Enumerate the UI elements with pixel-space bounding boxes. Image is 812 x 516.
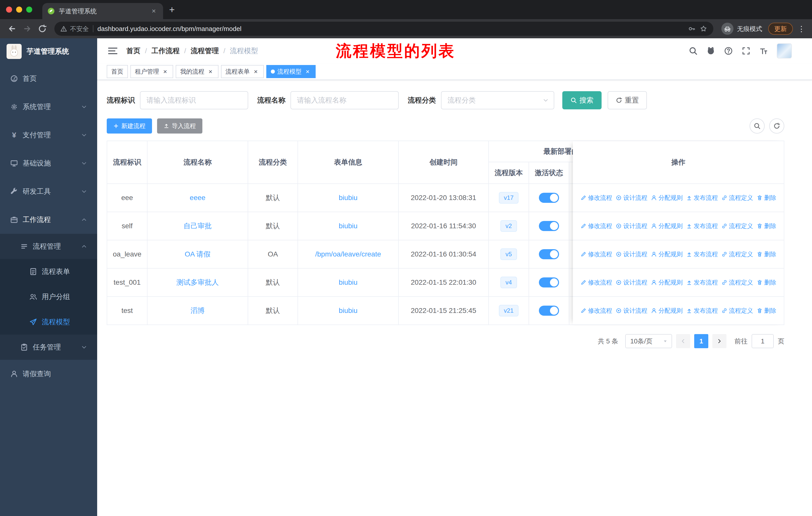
tab-close-icon[interactable]: × <box>149 7 158 16</box>
form-info-link[interactable]: biubiu <box>339 194 358 202</box>
reset-button[interactable]: 重置 <box>608 91 647 109</box>
form-info-link[interactable]: biubiu <box>339 278 358 287</box>
forward-button[interactable] <box>20 22 34 36</box>
form-info-link[interactable]: /bpm/oa/leave/create <box>315 250 381 258</box>
tagsview-tab-my-process[interactable]: 我的流程 × <box>176 65 219 78</box>
sidebar-item-user-group[interactable]: 用户分组 <box>0 284 97 309</box>
refresh-table-button[interactable] <box>769 118 784 134</box>
sidebar-toggle-icon[interactable] <box>108 48 117 54</box>
browser-tab[interactable]: 芋道管理系统 × <box>42 3 163 19</box>
toggle-search-button[interactable] <box>750 118 765 134</box>
minimize-window-button[interactable] <box>16 6 22 12</box>
action-definition[interactable]: 流程定义 <box>721 194 753 202</box>
action-publish[interactable]: 发布流程 <box>686 278 718 287</box>
github-icon[interactable] <box>706 46 715 55</box>
sidebar-item-leave-query[interactable]: 请假查询 <box>0 360 97 388</box>
action-design[interactable]: 设计流程 <box>616 278 647 287</box>
action-definition[interactable]: 流程定义 <box>721 307 753 315</box>
action-design[interactable]: 设计流程 <box>616 222 647 230</box>
bookmark-star-icon[interactable] <box>700 25 707 32</box>
action-delete[interactable]: 删除 <box>757 250 776 258</box>
action-publish[interactable]: 发布流程 <box>686 307 718 315</box>
action-assign-rule[interactable]: 分配规则 <box>651 222 683 230</box>
action-modify[interactable]: 修改流程 <box>580 250 612 258</box>
chrome-update-button[interactable]: 更新 <box>768 23 793 35</box>
form-info-link[interactable]: biubiu <box>339 307 358 315</box>
sidebar-item-home[interactable]: 首页 <box>0 64 97 93</box>
tagsview-tab-process-model[interactable]: 流程模型 × <box>266 65 316 78</box>
tagsview-tab-tenant[interactable]: 租户管理 × <box>130 65 173 78</box>
font-size-icon[interactable] <box>759 46 768 55</box>
close-icon[interactable]: × <box>162 68 169 75</box>
security-chip[interactable]: 不安全 <box>60 25 89 33</box>
action-publish[interactable]: 发布流程 <box>686 222 718 230</box>
category-select[interactable]: 流程分类 <box>441 91 554 109</box>
sidebar-item-process-model[interactable]: 流程模型 <box>0 309 97 334</box>
password-key-icon[interactable] <box>688 25 696 32</box>
process-name-link[interactable]: 滔博 <box>191 306 205 316</box>
browser-menu-icon[interactable]: ⋮ <box>796 24 807 33</box>
current-page-button[interactable]: 1 <box>694 334 708 348</box>
action-delete[interactable]: 删除 <box>757 194 776 202</box>
sidebar-item-process-form[interactable]: 流程表单 <box>0 259 97 284</box>
user-avatar[interactable] <box>777 43 792 58</box>
sidebar-item-task-management[interactable]: 任务管理 <box>0 334 97 360</box>
sidebar-item-payment-management[interactable]: ¥ 支付管理 <box>0 121 97 149</box>
next-page-button[interactable] <box>712 334 726 348</box>
action-definition[interactable]: 流程定义 <box>721 222 753 230</box>
active-toggle[interactable] <box>539 306 559 316</box>
action-modify[interactable]: 修改流程 <box>580 278 612 287</box>
action-publish[interactable]: 发布流程 <box>686 194 718 202</box>
action-assign-rule[interactable]: 分配规则 <box>651 250 683 258</box>
active-toggle[interactable] <box>539 221 559 231</box>
import-process-button[interactable]: 导入流程 <box>157 118 202 134</box>
page-size-select[interactable]: 10条/页 <box>625 334 672 348</box>
action-definition[interactable]: 流程定义 <box>721 250 753 258</box>
action-design[interactable]: 设计流程 <box>616 194 647 202</box>
sidebar-item-infrastructure[interactable]: 基础设施 <box>0 149 97 178</box>
action-publish[interactable]: 发布流程 <box>686 250 718 258</box>
process-name-link[interactable]: 自己审批 <box>183 221 212 231</box>
breadcrumb-item[interactable]: 首页 <box>126 46 141 56</box>
back-button[interactable] <box>5 22 19 36</box>
action-design[interactable]: 设计流程 <box>616 250 647 258</box>
close-window-button[interactable] <box>6 6 12 12</box>
active-toggle[interactable] <box>539 277 559 288</box>
new-tab-button[interactable]: + <box>169 4 175 15</box>
goto-page-input[interactable] <box>752 334 774 348</box>
tagsview-tab-home[interactable]: 首页 <box>107 65 128 78</box>
action-assign-rule[interactable]: 分配规则 <box>651 194 683 202</box>
breadcrumb-item[interactable]: 流程管理 <box>191 46 219 56</box>
prev-page-button[interactable] <box>676 334 690 348</box>
action-delete[interactable]: 删除 <box>757 278 776 287</box>
action-design[interactable]: 设计流程 <box>616 307 647 315</box>
zoom-window-button[interactable] <box>26 6 32 12</box>
action-definition[interactable]: 流程定义 <box>721 278 753 287</box>
process-name-input[interactable] <box>290 91 399 109</box>
active-toggle[interactable] <box>539 193 559 203</box>
search-icon[interactable] <box>689 46 698 55</box>
url-bar[interactable]: 不安全 dashboard.yudao.iocoder.cn/bpm/manag… <box>54 22 713 36</box>
process-name-link[interactable]: 测试多审批人 <box>176 278 219 287</box>
action-delete[interactable]: 删除 <box>757 222 776 230</box>
action-modify[interactable]: 修改流程 <box>580 222 612 230</box>
create-process-button[interactable]: 新建流程 <box>107 118 152 134</box>
action-modify[interactable]: 修改流程 <box>580 194 612 202</box>
active-toggle[interactable] <box>539 249 559 259</box>
help-icon[interactable] <box>724 46 733 55</box>
process-key-input[interactable] <box>140 91 248 109</box>
sidebar-item-process-management[interactable]: 流程管理 <box>0 234 97 259</box>
breadcrumb-item[interactable]: 工作流程 <box>151 46 180 56</box>
close-icon[interactable]: × <box>304 68 311 75</box>
action-assign-rule[interactable]: 分配规则 <box>651 278 683 287</box>
process-name-link[interactable]: eeee <box>190 194 205 202</box>
action-modify[interactable]: 修改流程 <box>580 307 612 315</box>
sidebar-item-workflow[interactable]: 工作流程 <box>0 206 97 234</box>
process-name-link[interactable]: OA 请假 <box>185 249 211 259</box>
tagsview-tab-process-form[interactable]: 流程表单 × <box>221 65 264 78</box>
search-button[interactable]: 搜索 <box>562 91 602 109</box>
sidebar-item-system-management[interactable]: 系统管理 <box>0 93 97 121</box>
close-icon[interactable]: × <box>207 68 214 75</box>
reload-button[interactable] <box>35 22 49 36</box>
sidebar-item-dev-tools[interactable]: 研发工具 <box>0 178 97 206</box>
